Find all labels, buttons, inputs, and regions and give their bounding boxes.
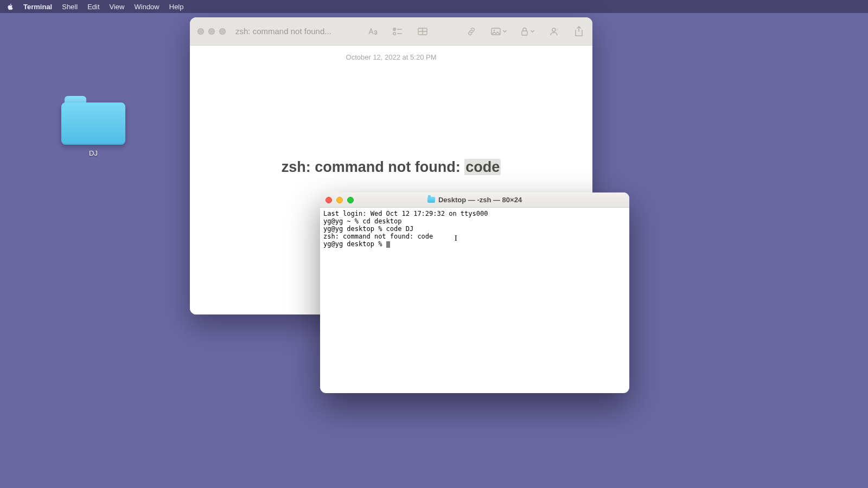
notes-toolbar: zsh: command not found... <box>190 17 592 46</box>
terminal-title: Desktop — -zsh — 80×24 <box>427 196 522 204</box>
note-heading-text: zsh: command not found: <box>282 159 464 175</box>
svg-rect-9 <box>522 31 527 35</box>
note-heading: zsh: command not found: code <box>206 159 576 176</box>
terminal-titlebar[interactable]: Desktop — -zsh — 80×24 <box>320 192 629 208</box>
terminal-window: Desktop — -zsh — 80×24 Last login: Wed O… <box>320 192 629 393</box>
table-icon[interactable] <box>417 25 429 37</box>
notes-traffic-lights <box>197 28 226 35</box>
close-button[interactable] <box>197 28 204 35</box>
terminal-content[interactable]: Last login: Wed Oct 12 17:29:32 on ttys0… <box>320 208 629 393</box>
checklist-icon[interactable] <box>392 25 404 37</box>
apple-menu-icon[interactable] <box>7 3 14 10</box>
desktop-folder-dj[interactable]: DJ <box>61 95 126 157</box>
link-icon[interactable] <box>465 25 477 37</box>
lock-menu[interactable] <box>520 27 535 36</box>
terminal-prompt: yg@yg desktop % <box>323 240 386 248</box>
note-timestamp: October 12, 2022 at 5:20 PM <box>206 53 576 61</box>
note-heading-highlight: code <box>464 159 501 175</box>
terminal-line: yg@yg desktop % code DJ <box>323 225 413 233</box>
notes-toolbar-actions <box>367 25 585 37</box>
terminal-line: yg@yg ~ % cd desktop <box>323 217 402 225</box>
svg-point-1 <box>393 32 396 35</box>
text-caret-icon: I <box>455 235 457 242</box>
notes-window-title: zsh: command not found... <box>235 27 331 36</box>
terminal-line: Last login: Wed Oct 12 17:29:32 on ttys0… <box>323 210 488 217</box>
terminal-title-text: Desktop — -zsh — 80×24 <box>438 196 522 204</box>
menu-help[interactable]: Help <box>169 3 184 11</box>
close-button[interactable] <box>326 197 332 203</box>
minimize-button[interactable] <box>336 197 343 203</box>
collaborate-icon[interactable] <box>548 25 560 37</box>
menu-bar: Terminal Shell Edit View Window Help <box>0 0 868 13</box>
media-menu[interactable] <box>490 27 507 36</box>
chevron-down-icon <box>502 29 507 34</box>
folder-icon <box>61 95 125 145</box>
folder-label: DJ <box>61 149 126 157</box>
menu-edit[interactable]: Edit <box>87 3 99 11</box>
svg-point-8 <box>494 29 495 31</box>
format-icon[interactable] <box>367 25 379 37</box>
minimize-button[interactable] <box>208 28 215 35</box>
zoom-button[interactable] <box>219 28 226 35</box>
menu-view[interactable]: View <box>110 3 125 11</box>
menu-shell[interactable]: Shell <box>62 3 78 11</box>
menu-window[interactable]: Window <box>135 3 159 11</box>
menu-app-name[interactable]: Terminal <box>23 3 52 11</box>
zoom-button[interactable] <box>347 197 354 203</box>
share-icon[interactable] <box>573 25 585 37</box>
chevron-down-icon <box>530 29 535 34</box>
folder-icon <box>427 197 435 203</box>
terminal-cursor <box>386 241 390 248</box>
terminal-line: zsh: command not found: code <box>323 233 433 240</box>
terminal-traffic-lights <box>326 197 354 203</box>
svg-point-10 <box>552 28 556 31</box>
